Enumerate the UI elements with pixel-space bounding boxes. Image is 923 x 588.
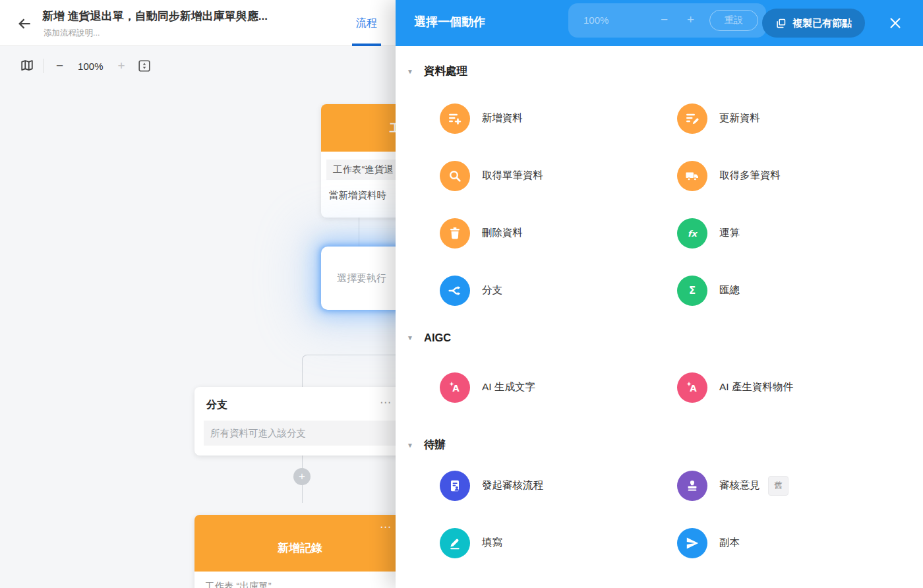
- action-item-copy-to[interactable]: 副本: [677, 514, 914, 572]
- zoom-level: 100%: [75, 61, 105, 72]
- pencil-icon: [440, 528, 470, 558]
- action-picker-title: 選擇一個動作: [414, 14, 485, 30]
- ai-sparkle-icon: [440, 372, 470, 403]
- trigger-node-header: 工: [321, 104, 396, 152]
- action-item-label: 審核意見: [719, 479, 760, 492]
- tab-active-underline: [352, 44, 381, 46]
- trash-icon: [440, 218, 470, 249]
- action-item-label: 取得多筆資料: [719, 169, 781, 183]
- editor-header: 新增 進貨退出單，自動同步新增出庫單與應... 添加流程說明... 流程: [0, 0, 396, 46]
- zoom-in-button[interactable]: +: [115, 59, 127, 73]
- list-edit-icon: [677, 103, 707, 134]
- add-node-button[interactable]: +: [293, 468, 311, 485]
- action-placeholder-node[interactable]: 選擇要執行: [321, 247, 396, 310]
- list-plus-icon: [440, 103, 470, 134]
- zoom-out-button[interactable]: −: [53, 59, 66, 73]
- trigger-node[interactable]: 工 工作表“進貨退 當新增資料時: [321, 104, 396, 218]
- tab-flow[interactable]: 流程: [353, 0, 380, 46]
- canvas-zoom-ghost-controls: 100% − + 重設: [568, 3, 766, 38]
- action-picker-body: ▼ 資料處理 新增資料 更新資料 取得單筆資料: [396, 46, 923, 588]
- copy-icon: [775, 18, 787, 29]
- action-item-update-record[interactable]: 更新資料: [677, 90, 914, 147]
- action-grid-row: 填寫 副本: [396, 514, 923, 572]
- ghost-zoom-out: −: [661, 13, 668, 27]
- action-item-branch[interactable]: 分支: [440, 262, 677, 319]
- search-icon: [440, 161, 470, 191]
- action-item-label: 副本: [719, 536, 740, 550]
- action-item-formula[interactable]: 運算: [677, 204, 914, 262]
- action-item-approval-opinion[interactable]: 審核意見 舊: [677, 457, 914, 514]
- add-record-header: 新增記錄 ⋯: [194, 515, 396, 572]
- action-item-label: AI 產生資料物件: [719, 380, 793, 394]
- action-item-start-approval[interactable]: 發起審核流程: [440, 457, 677, 514]
- action-grid-row: 新增資料 更新資料: [396, 90, 923, 147]
- action-grid-row: 發起審核流程 審核意見 舊: [396, 457, 923, 514]
- caret-down-icon: ▼: [407, 68, 415, 75]
- canvas-toolbar: − 100% +: [20, 57, 152, 75]
- sigma-icon: [677, 276, 707, 306]
- minimap-icon[interactable]: [20, 59, 34, 73]
- connector-branch-horizontal: [307, 355, 396, 355]
- connector-to-branch: [302, 360, 303, 387]
- action-item-ai-generate-text[interactable]: AI 生成文字: [440, 359, 677, 416]
- branch-node-title: 分支: [194, 387, 396, 412]
- action-grid-row: 分支 匯總: [396, 262, 923, 319]
- action-item-fill-in[interactable]: 填寫: [440, 514, 677, 572]
- action-item-label: 運算: [719, 226, 740, 240]
- ghost-reset-button: 重設: [709, 10, 758, 31]
- action-grid-row: 取得單筆資料 取得多筆資料: [396, 147, 923, 204]
- action-item-label: 填寫: [482, 536, 502, 550]
- branch-icon: [440, 276, 470, 306]
- action-item-get-multiple-records[interactable]: 取得多筆資料: [677, 147, 914, 204]
- legacy-badge: 舊: [768, 476, 789, 496]
- flow-editor-pane: 新增 進貨退出單，自動同步新增出庫單與應... 添加流程說明... 流程 − 1…: [0, 0, 396, 588]
- action-item-label: 匯總: [719, 283, 740, 297]
- action-item-ai-generate-object[interactable]: AI 產生資料物件: [677, 359, 914, 416]
- close-panel-button[interactable]: [888, 16, 903, 30]
- trigger-worksheet-ref: 工作表“進貨退: [326, 160, 396, 180]
- flow-title: 新增 進貨退出單，自動同步新增出庫單與應...: [42, 9, 332, 24]
- section-title: 待辦: [424, 438, 446, 452]
- section-header-todo[interactable]: ▼ 待辦: [396, 437, 923, 453]
- section-title: 資料處理: [424, 64, 467, 78]
- ai-sparkle-icon: [677, 372, 707, 403]
- caret-down-icon: ▼: [407, 442, 415, 449]
- stamp-icon: [677, 471, 707, 501]
- tab-flow-label: 流程: [356, 16, 377, 30]
- copy-existing-node-button[interactable]: 複製已有節點: [762, 9, 865, 38]
- add-record-node[interactable]: 新增記錄 ⋯ 工作表 “出庫單”: [194, 515, 396, 588]
- trigger-node-title: 工: [390, 104, 396, 152]
- action-item-add-record[interactable]: 新增資料: [440, 90, 677, 147]
- back-button[interactable]: [16, 15, 33, 32]
- action-item-delete-record[interactable]: 刪除資料: [440, 204, 677, 262]
- branch-node[interactable]: 分支 ⋯ 所有資料可進入該分支: [194, 387, 396, 456]
- more-menu-icon[interactable]: ⋯: [380, 396, 392, 409]
- ghost-zoom-in: +: [687, 13, 694, 27]
- add-record-title: 新增記錄: [278, 541, 322, 556]
- truck-icon: [677, 161, 707, 191]
- flow-description-placeholder[interactable]: 添加流程說明...: [44, 28, 100, 39]
- section-header-data-processing[interactable]: ▼ 資料處理: [396, 63, 923, 79]
- action-item-get-single-record[interactable]: 取得單筆資料: [440, 147, 677, 204]
- fit-view-icon[interactable]: [137, 59, 152, 73]
- send-icon: [677, 528, 707, 558]
- section-header-aigc[interactable]: ▼ AIGC: [396, 330, 923, 345]
- workflow-editor-app: 新增 進貨退出單，自動同步新增出庫單與應... 添加流程說明... 流程 − 1…: [0, 0, 923, 588]
- action-picker-header: 選擇一個動作 100% − + 重設 複製已有節點: [396, 0, 923, 46]
- approval-doc-icon: [440, 471, 470, 501]
- action-grid-row: 刪除資料 運算: [396, 204, 923, 262]
- flow-canvas[interactable]: − 100% + 工 工作表“進貨退 當新增資料時 選擇要執行: [0, 46, 396, 588]
- caret-down-icon: ▼: [407, 334, 415, 341]
- action-item-label: AI 生成文字: [482, 380, 535, 394]
- copy-existing-node-label: 複製已有節點: [792, 17, 852, 30]
- connector-trigger-down: [359, 216, 359, 248]
- formula-fx-icon: [677, 218, 707, 249]
- action-picker-panel: 選擇一個動作 100% − + 重設 複製已有節點 ▼ 資料處理: [396, 0, 923, 588]
- close-icon: [888, 16, 903, 30]
- more-menu-icon[interactable]: ⋯: [380, 520, 392, 534]
- action-grid-row: AI 生成文字 AI 產生資料物件: [396, 359, 923, 416]
- action-item-aggregate[interactable]: 匯總: [677, 262, 914, 319]
- branch-condition: 所有資料可進入該分支: [204, 421, 396, 446]
- section-title: AIGC: [424, 332, 451, 344]
- action-item-label: 刪除資料: [482, 226, 523, 240]
